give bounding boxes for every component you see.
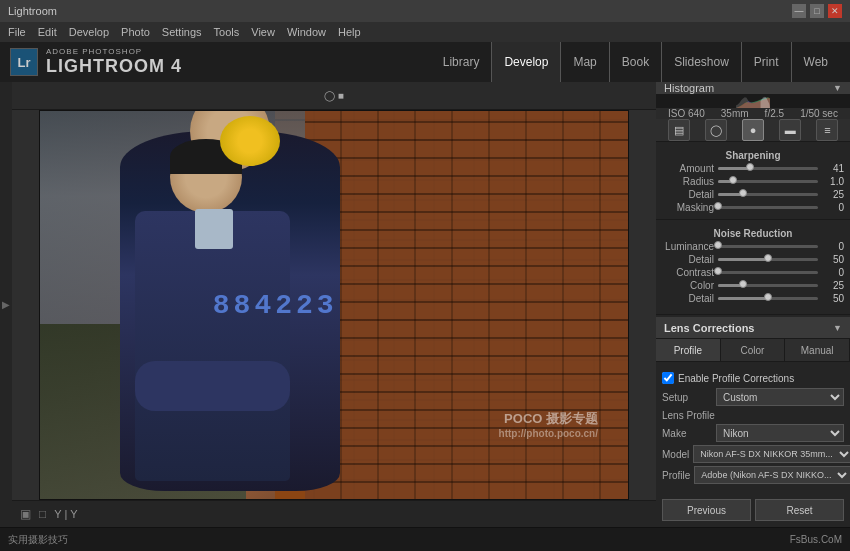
- person-collar: [195, 209, 233, 249]
- tools-row: ▤ ◯ ● ▬ ≡: [656, 119, 850, 142]
- minimize-button[interactable]: —: [792, 4, 806, 18]
- radius-thumb[interactable]: [729, 176, 737, 184]
- close-button[interactable]: ✕: [828, 4, 842, 18]
- left-panel[interactable]: ▶: [0, 82, 12, 527]
- contrast-thumb[interactable]: [714, 267, 722, 275]
- menu-view[interactable]: View: [251, 26, 275, 38]
- nr-detail-thumb[interactable]: [764, 254, 772, 262]
- tab-library[interactable]: Library: [431, 42, 493, 82]
- menu-help[interactable]: Help: [338, 26, 361, 38]
- histogram-canvas: [656, 94, 850, 108]
- tool-grid[interactable]: ▤: [668, 119, 690, 141]
- menu-settings[interactable]: Settings: [162, 26, 202, 38]
- window-controls: — □ ✕: [792, 4, 842, 18]
- timestamp-overlay: 884223: [213, 289, 338, 320]
- nav-tabs: Library Develop Map Book Slideshow Print…: [431, 42, 840, 82]
- nr-detail-label: Detail: [662, 254, 714, 265]
- photo-area: ◯ ■: [12, 82, 656, 527]
- histogram-title: Histogram: [664, 82, 714, 94]
- menu-tools[interactable]: Tools: [214, 26, 240, 38]
- luminance-slider[interactable]: [718, 245, 818, 248]
- detail-row: Detail 25: [662, 189, 844, 200]
- footer-right-text: FsBus.CoM: [790, 534, 842, 545]
- color-detail-label: Detail: [662, 293, 714, 304]
- nr-detail-row: Detail 50: [662, 254, 844, 265]
- enable-corrections-checkbox[interactable]: [662, 372, 674, 384]
- nr-detail-slider[interactable]: [718, 258, 818, 261]
- color-slider[interactable]: [718, 284, 818, 287]
- menu-edit[interactable]: Edit: [38, 26, 57, 38]
- detail-slider[interactable]: [718, 193, 818, 196]
- tab-slideshow[interactable]: Slideshow: [662, 42, 742, 82]
- masking-thumb[interactable]: [714, 202, 722, 210]
- detail-thumb[interactable]: [739, 189, 747, 197]
- titlebar: Lightroom — □ ✕: [0, 0, 850, 22]
- tab-web[interactable]: Web: [792, 42, 840, 82]
- shutter-value: 1/50 sec: [800, 108, 838, 119]
- reset-button[interactable]: Reset: [755, 499, 844, 521]
- tab-book[interactable]: Book: [610, 42, 662, 82]
- lens-tab-profile[interactable]: Profile: [656, 339, 721, 361]
- radius-slider[interactable]: [718, 180, 818, 183]
- header: Lr ADOBE PHOTOSHOP LIGHTROOM 4 Library D…: [0, 42, 850, 82]
- luminance-thumb[interactable]: [714, 241, 722, 249]
- masking-row: Masking 0: [662, 202, 844, 213]
- sharpening-title: Sharpening: [662, 150, 844, 161]
- menu-window[interactable]: Window: [287, 26, 326, 38]
- watermark-line1: POCO 摄影专题: [499, 410, 598, 428]
- view-label: Y | Y: [54, 508, 77, 520]
- tool-gradient[interactable]: ▬: [779, 119, 801, 141]
- make-dropdown[interactable]: Nikon: [716, 424, 844, 442]
- amount-slider[interactable]: [718, 167, 818, 170]
- maximize-button[interactable]: □: [810, 4, 824, 18]
- amount-row: Amount 41: [662, 163, 844, 174]
- profile-dropdown[interactable]: Adobe (Nikon AF-S DX NIKKO...: [694, 466, 850, 484]
- lens-corrections-title: Lens Corrections: [664, 322, 754, 334]
- color-detail-thumb[interactable]: [764, 293, 772, 301]
- left-panel-arrow: ▶: [2, 299, 10, 310]
- lens-corrections-section: Lens Corrections ▼ Profile Color Manual …: [656, 314, 850, 493]
- lens-tab-manual[interactable]: Manual: [785, 339, 850, 361]
- luminance-value: 0: [822, 241, 844, 252]
- color-thumb[interactable]: [739, 280, 747, 288]
- tab-develop[interactable]: Develop: [492, 42, 561, 82]
- lens-corrections-header[interactable]: Lens Corrections ▼: [656, 317, 850, 339]
- menu-photo[interactable]: Photo: [121, 26, 150, 38]
- loupe-view-icon[interactable]: □: [39, 507, 46, 521]
- watermark-line2: http://photo.poco.cn/: [499, 428, 598, 439]
- previous-button[interactable]: Previous: [662, 499, 751, 521]
- focal-value: 35mm: [721, 108, 749, 119]
- brick-wall: [305, 111, 628, 499]
- menu-file[interactable]: File: [8, 26, 26, 38]
- noise-reduction-section: Noise Reduction Luminance 0 Detail 50 Co…: [656, 219, 850, 310]
- profile-row: Profile Adobe (Nikon AF-S DX NIKKO...: [662, 466, 844, 484]
- tab-print[interactable]: Print: [742, 42, 792, 82]
- tool-circle[interactable]: ◯: [705, 119, 727, 141]
- lr-logo: Lr: [10, 48, 38, 76]
- sharpening-section: Sharpening Amount 41 Radius 1.0 Detail: [656, 142, 850, 219]
- menu-develop[interactable]: Develop: [69, 26, 109, 38]
- person-jacket: [135, 211, 290, 481]
- model-dropdown[interactable]: Nikon AF-S DX NIKKOR 35mm...: [693, 445, 850, 463]
- photo-background: 884223 POCO 摄影专题 http://photo.poco.cn/: [40, 111, 628, 499]
- setup-label: Setup: [662, 392, 712, 403]
- amount-label: Amount: [662, 163, 714, 174]
- contrast-slider[interactable]: [718, 271, 818, 274]
- contrast-row: Contrast 0: [662, 267, 844, 278]
- radius-label: Radius: [662, 176, 714, 187]
- histogram-header[interactable]: Histogram ▼: [656, 82, 850, 94]
- setup-dropdown[interactable]: Custom: [716, 388, 844, 406]
- color-detail-slider[interactable]: [718, 297, 818, 300]
- color-label: Color: [662, 280, 714, 291]
- panel-bottom-buttons: Previous Reset: [656, 493, 850, 527]
- tool-dot[interactable]: ●: [742, 119, 764, 141]
- tab-map[interactable]: Map: [561, 42, 609, 82]
- nr-detail-fill: [718, 258, 768, 261]
- color-detail-value: 50: [822, 293, 844, 304]
- lens-tab-color[interactable]: Color: [721, 339, 786, 361]
- tool-bar[interactable]: ≡: [816, 119, 838, 141]
- make-row: Make Nikon: [662, 424, 844, 442]
- grid-view-icon[interactable]: ▣: [20, 507, 31, 521]
- amount-thumb[interactable]: [746, 163, 754, 171]
- masking-slider[interactable]: [718, 206, 818, 209]
